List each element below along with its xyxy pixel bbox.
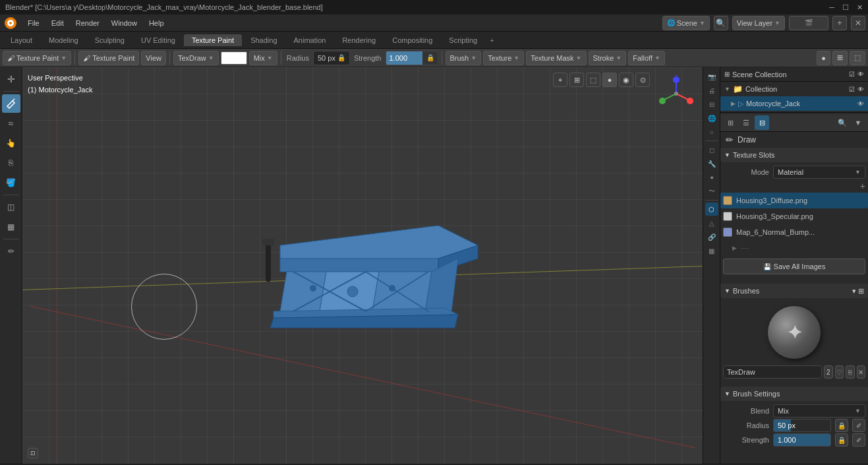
add-workspace-btn[interactable]: +	[486, 35, 498, 46]
viewport-gizmo-btn[interactable]: ⌖	[553, 73, 567, 87]
render-engine-btn[interactable]: 🎬	[789, 16, 828, 30]
strength-prop-bar[interactable]: 1.000	[773, 433, 831, 447]
prop-icon-render[interactable]: 📷	[705, 70, 718, 83]
texture-selector[interactable]: Texture ▼	[483, 51, 524, 65]
brush-settings-header[interactable]: ▼ Brush Settings	[720, 387, 868, 401]
blend-selector[interactable]: Mix ▼	[249, 51, 277, 65]
menu-render[interactable]: Render	[71, 18, 105, 28]
annotate-tool[interactable]: ✏	[2, 242, 20, 261]
tab-rendering[interactable]: Rendering	[334, 34, 384, 46]
strength-pen-btn[interactable]: ✐	[852, 433, 865, 447]
prop-icon-data-2[interactable]: ▦	[705, 244, 718, 257]
prop-icon-material[interactable]: ⬡	[705, 202, 718, 216]
prop-icon-constraints[interactable]: 🔗	[705, 230, 718, 243]
viewport-xray-btn[interactable]: ⬚	[586, 73, 600, 87]
overlay-btn[interactable]: ⊞	[832, 51, 848, 65]
brush-name-input[interactable]	[723, 365, 822, 379]
tab-scripting[interactable]: Scripting	[441, 34, 485, 46]
view-sub-btn[interactable]: View	[141, 51, 166, 65]
strength-bar[interactable]: 1.000 🔒	[386, 51, 438, 65]
coll-checkbox[interactable]: ☑	[849, 86, 855, 93]
brush-copy-btn[interactable]: ⎘	[846, 365, 855, 379]
maximize-btn[interactable]: ☐	[842, 3, 849, 12]
search-btn[interactable]: 🔍	[714, 16, 728, 30]
texture-slots-header[interactable]: ▼ Texture Slots	[720, 148, 868, 162]
scene-selector[interactable]: 🌐 Scene ▼	[662, 16, 710, 30]
scene-coll-checkbox[interactable]: ☑	[849, 71, 855, 78]
orientation-gizmo[interactable]: Z X Y	[656, 74, 696, 113]
cursor-tool[interactable]: ✛	[2, 70, 20, 88]
prop-icon-physics[interactable]: 〜	[705, 185, 718, 198]
menu-window[interactable]: Window	[106, 18, 142, 28]
prop-icon-scene[interactable]: 🌐	[705, 111, 718, 125]
outliner-item-motorcycle-jack[interactable]: ▶ ▷ Motorcycle_Jack 👁	[720, 96, 868, 111]
blender-logo[interactable]	[3, 15, 18, 31]
viewport[interactable]: User Perspective (1) Motorcycle_Jack	[22, 67, 703, 464]
texture-mask-selector[interactable]: Texture Mask ▼	[526, 51, 586, 65]
prop-icon-modifier[interactable]: 🔧	[705, 157, 718, 170]
viewport-overlay-btn[interactable]: ⊞	[569, 73, 584, 87]
xray-btn[interactable]: ⬚	[850, 51, 865, 65]
tab-texture-paint[interactable]: Texture Paint	[184, 34, 242, 46]
tool-icon-1[interactable]: ⊞	[723, 115, 738, 130]
falloff-selector[interactable]: Falloff ▼	[628, 51, 665, 65]
texture-slot-2[interactable]: Housing3_Specular.png	[720, 208, 868, 224]
menu-file[interactable]: File	[22, 18, 45, 28]
radius-pen-btn[interactable]: ✐	[852, 419, 865, 432]
save-all-images-btn[interactable]: 💾 Save All Images	[723, 259, 865, 274]
search-props-btn[interactable]: 🔍	[835, 115, 850, 130]
viewport-solid-btn[interactable]: ●	[602, 73, 617, 87]
prop-icon-particles[interactable]: ✦	[705, 171, 718, 184]
tab-sculpting[interactable]: Sculpting	[87, 34, 132, 46]
texture-slot-1[interactable]: Housing3_Diffuse.png	[720, 193, 868, 208]
view-layer-remove[interactable]: ✕	[851, 16, 865, 30]
tab-animation[interactable]: Animation	[286, 34, 334, 46]
radius-value-box[interactable]: 50 px 🔒	[313, 51, 350, 65]
color-swatch[interactable]	[221, 51, 247, 65]
tab-compositing[interactable]: Compositing	[384, 34, 440, 46]
prop-icon-view[interactable]: ⊟	[705, 98, 718, 111]
mode-prop-value[interactable]: Material ▼	[773, 166, 865, 179]
prop-icon-object[interactable]: ◻	[705, 143, 718, 156]
texture-slot-4[interactable]: ▶ ····	[720, 240, 868, 256]
texture-slot-3[interactable]: Map_6_Normal_Bump...	[720, 224, 868, 240]
viewport-render-btn[interactable]: ⊙	[635, 73, 650, 87]
tab-layout[interactable]: Layout	[3, 34, 40, 46]
brushes-header[interactable]: ▼ Brushes ▾ ⊞	[720, 284, 868, 298]
tool-icon-active[interactable]: ⊟	[755, 115, 769, 130]
clone-tool[interactable]: ⎘	[2, 154, 20, 172]
coll-eye[interactable]: 👁	[857, 86, 864, 93]
add-slot-btn[interactable]: +	[860, 181, 865, 191]
close-btn[interactable]: ✕	[857, 3, 863, 12]
tab-modeling[interactable]: Modeling	[41, 34, 86, 46]
tool-icon-2[interactable]: ☰	[739, 115, 753, 130]
sub-mode-btn[interactable]: 🖌 Texture Paint	[78, 51, 139, 65]
view-layer-add[interactable]: +	[832, 16, 847, 30]
brush-favorite-btn[interactable]: ♡	[835, 365, 844, 379]
brush-remove-btn[interactable]: ✕	[857, 365, 866, 379]
brush-arrow-icon[interactable]: ▾	[852, 287, 856, 295]
menu-edit[interactable]: Edit	[46, 18, 69, 28]
gradient-tool[interactable]: ▦	[2, 218, 20, 236]
radius-prop-bar[interactable]: 50 px	[773, 419, 831, 432]
stroke-selector[interactable]: Stroke ▼	[589, 51, 627, 65]
mask-tool[interactable]: ◫	[2, 198, 20, 216]
brush-selector[interactable]: Brush ▼	[446, 51, 482, 65]
minimize-btn[interactable]: ─	[829, 3, 834, 12]
blend-prop-value[interactable]: Mix ▼	[773, 404, 865, 418]
viewport-material-btn[interactable]: ◉	[619, 73, 633, 87]
scene-coll-eye[interactable]: 👁	[857, 71, 864, 78]
filter-props-btn[interactable]: ▼	[851, 115, 865, 130]
fill-tool[interactable]: 🪣	[2, 173, 20, 192]
radius-lock-btn[interactable]: 🔒	[835, 419, 848, 432]
mj-eye[interactable]: 👁	[857, 100, 864, 108]
tab-uv-editing[interactable]: UV Editing	[133, 34, 183, 46]
view-layer-selector[interactable]: View Layer ▼	[732, 16, 785, 30]
brush-preview-toggle[interactable]: ⊞	[858, 287, 864, 295]
prop-icon-object-data[interactable]: △	[705, 216, 718, 230]
viewport-shading-btns[interactable]: ●	[817, 51, 830, 65]
tab-shading[interactable]: Shading	[243, 34, 285, 46]
brush-name-selector[interactable]: TexDraw ▼	[173, 51, 219, 65]
prop-icon-world[interactable]: ○	[705, 125, 718, 139]
soften-tool[interactable]: ≈	[2, 114, 20, 133]
